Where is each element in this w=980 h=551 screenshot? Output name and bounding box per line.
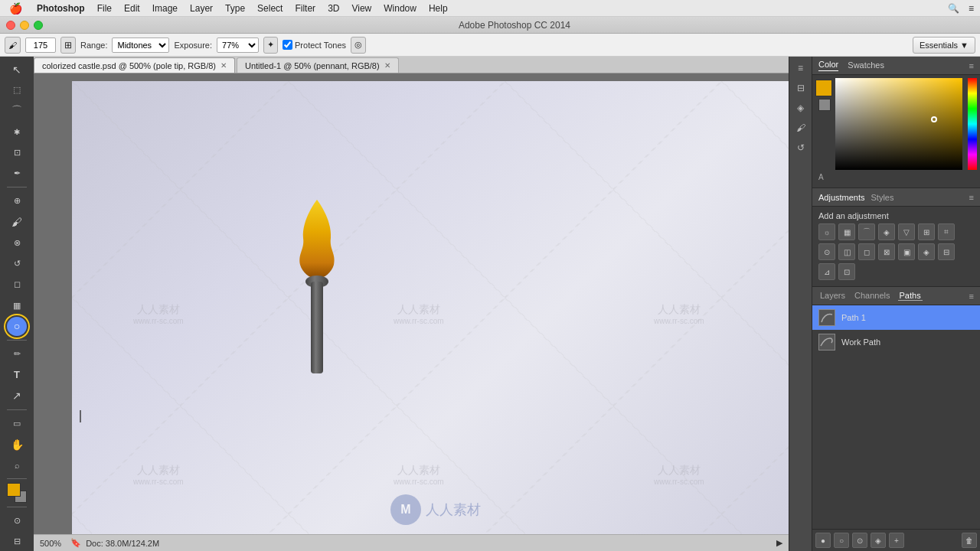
adj-exposure[interactable]: ◈ bbox=[878, 223, 895, 240]
styles-tab[interactable]: Styles bbox=[871, 193, 894, 202]
paths-tab[interactable]: Paths bbox=[898, 291, 923, 301]
adj-colorbalance[interactable]: ⌗ bbox=[938, 223, 955, 240]
range-select[interactable]: Midtones Shadows Highlights bbox=[112, 37, 169, 53]
tab-colorized-castle[interactable]: colorized castle.psd @ 500% (pole tip, R… bbox=[34, 57, 235, 73]
list-icon[interactable]: ≡ bbox=[969, 3, 974, 14]
new-path-btn[interactable]: + bbox=[889, 533, 904, 548]
adjustments-tab[interactable]: Adjustments bbox=[818, 193, 865, 202]
menu-image[interactable]: Image bbox=[146, 0, 184, 17]
adj-threshold[interactable]: ⊟ bbox=[938, 243, 955, 260]
hand-tool[interactable]: ✋ bbox=[7, 435, 27, 454]
layers-tab[interactable]: Layers bbox=[818, 291, 847, 301]
menu-layer[interactable]: Layer bbox=[184, 0, 219, 17]
pen-tool[interactable]: ✏ bbox=[7, 344, 27, 364]
make-work-path-btn[interactable]: ◈ bbox=[871, 533, 886, 548]
quick-select-tool[interactable]: ✱ bbox=[7, 122, 27, 142]
adj-channelmixer[interactable]: ◻ bbox=[858, 243, 875, 260]
hue-strip[interactable] bbox=[968, 78, 977, 170]
clone-tool[interactable]: ⊗ bbox=[7, 233, 27, 253]
menu-3d[interactable]: 3D bbox=[322, 0, 345, 17]
tab-untitled[interactable]: Untitled-1 @ 50% (pennant, RGB/8) ✕ bbox=[237, 57, 399, 73]
brush-icon-strip[interactable]: 🖌 bbox=[792, 119, 809, 136]
load-as-selection-btn[interactable]: ⊙ bbox=[852, 533, 867, 548]
adj-vibrance[interactable]: ▽ bbox=[898, 223, 915, 240]
tab-close-1[interactable]: ✕ bbox=[220, 61, 227, 70]
foreground-color-swatch[interactable] bbox=[7, 483, 21, 497]
tab-close-2[interactable]: ✕ bbox=[384, 61, 390, 70]
foreground-color[interactable] bbox=[815, 80, 832, 96]
shape-tool[interactable]: ▭ bbox=[7, 414, 27, 433]
export-icon[interactable]: 🔖 bbox=[70, 538, 81, 548]
canvas[interactable]: 人人素材 www.rr-sc.com 人人素材 www.rr-sc.com 人人… bbox=[72, 81, 789, 534]
adj-posterize[interactable]: ◈ bbox=[918, 243, 935, 260]
layers-icon[interactable]: ≡ bbox=[792, 60, 809, 77]
protect-tones-checkbox[interactable] bbox=[283, 40, 292, 50]
history-icon-strip[interactable]: ↺ bbox=[792, 139, 809, 156]
airbrush-btn[interactable]: ✦ bbox=[263, 37, 278, 54]
brush-settings-btn[interactable]: ⊞ bbox=[60, 37, 76, 54]
menu-select[interactable]: Select bbox=[251, 0, 289, 17]
menu-view[interactable]: View bbox=[345, 0, 377, 17]
swatches-tab[interactable]: Swatches bbox=[848, 60, 884, 71]
move-tool[interactable]: ↖ bbox=[7, 60, 27, 79]
delete-path-btn[interactable]: 🗑 bbox=[962, 533, 977, 548]
path-item-2[interactable]: Work Path bbox=[812, 330, 980, 354]
brush-tool[interactable]: 🖌 bbox=[7, 213, 27, 232]
menu-help[interactable]: Help bbox=[423, 0, 454, 17]
path-item-1[interactable]: Path 1 bbox=[812, 305, 980, 330]
adj-photofilter[interactable]: ◫ bbox=[838, 243, 855, 260]
background-color[interactable] bbox=[818, 99, 831, 111]
maximize-button[interactable] bbox=[34, 21, 43, 30]
color-panel-menu[interactable]: ≡ bbox=[969, 61, 974, 70]
quick-mask-tool[interactable]: ⊙ bbox=[7, 511, 27, 530]
color-swatches[interactable] bbox=[7, 483, 27, 502]
adj-hsl[interactable]: ⊞ bbox=[918, 223, 935, 240]
dodge-tool[interactable]: ○ bbox=[7, 317, 27, 336]
marquee-tool[interactable]: ⬚ bbox=[7, 80, 27, 99]
color-tab[interactable]: Color bbox=[818, 60, 838, 71]
pressure-btn[interactable]: ◎ bbox=[351, 37, 366, 54]
color-picker-gradient[interactable] bbox=[835, 78, 962, 170]
canvas-area[interactable]: 人人素材 www.rr-sc.com 人人素材 www.rr-sc.com 人人… bbox=[34, 73, 789, 534]
layers-panel-menu[interactable]: ≡ bbox=[969, 292, 974, 301]
exposure-select[interactable]: 77% 50% 100% bbox=[217, 37, 259, 53]
menu-type[interactable]: Type bbox=[219, 0, 251, 17]
adj-brightness[interactable]: ☼ bbox=[818, 223, 835, 240]
zoom-tool[interactable]: ⌕ bbox=[7, 455, 27, 474]
screen-mode-tool[interactable]: ⊟ bbox=[7, 532, 27, 551]
apple-menu[interactable]: 🍎 bbox=[0, 2, 31, 15]
crop-tool[interactable]: ⊡ bbox=[7, 143, 27, 162]
search-icon[interactable]: 🔍 bbox=[948, 3, 959, 14]
essentials-button[interactable]: Essentials ▼ bbox=[913, 37, 975, 54]
menu-photoshop[interactable]: Photoshop bbox=[31, 0, 91, 17]
channels-icon[interactable]: ⊟ bbox=[792, 80, 809, 96]
close-button[interactable] bbox=[6, 21, 15, 30]
eraser-tool[interactable]: ◻ bbox=[7, 275, 27, 294]
adj-bw[interactable]: ⊙ bbox=[818, 243, 835, 260]
fill-path-btn[interactable]: ● bbox=[815, 533, 831, 548]
adj-panel-menu[interactable]: ≡ bbox=[969, 193, 974, 202]
eyedropper-tool[interactable]: ✒ bbox=[7, 164, 27, 183]
expand-icon[interactable]: ▶ bbox=[776, 538, 782, 548]
history-brush-tool[interactable]: ↺ bbox=[7, 254, 27, 273]
brush-picker-btn[interactable]: 🖌 bbox=[5, 37, 21, 54]
channels-tab[interactable]: Channels bbox=[853, 291, 891, 301]
adj-invert[interactable]: ▣ bbox=[898, 243, 915, 260]
adj-icon-strip[interactable]: ◈ bbox=[792, 99, 809, 116]
lasso-tool[interactable]: ⌒ bbox=[7, 101, 27, 120]
menu-filter[interactable]: Filter bbox=[289, 0, 322, 17]
adj-selective-color[interactable]: ⊡ bbox=[838, 263, 855, 280]
healing-tool[interactable]: ⊕ bbox=[7, 191, 27, 210]
menu-edit[interactable]: Edit bbox=[118, 0, 146, 17]
gradient-tool[interactable]: ▦ bbox=[7, 296, 27, 315]
menu-window[interactable]: Window bbox=[377, 0, 423, 17]
text-tool[interactable]: T bbox=[7, 365, 27, 384]
minimize-button[interactable] bbox=[20, 21, 29, 30]
menu-file[interactable]: File bbox=[91, 0, 118, 17]
brush-size-input[interactable] bbox=[25, 37, 56, 53]
stroke-path-btn[interactable]: ○ bbox=[834, 533, 849, 548]
adj-gradient-map[interactable]: ⊿ bbox=[818, 263, 835, 280]
adj-colorlookup[interactable]: ⊠ bbox=[878, 243, 895, 260]
adj-levels[interactable]: ▦ bbox=[838, 223, 855, 240]
path-select-tool[interactable]: ↗ bbox=[7, 386, 27, 405]
